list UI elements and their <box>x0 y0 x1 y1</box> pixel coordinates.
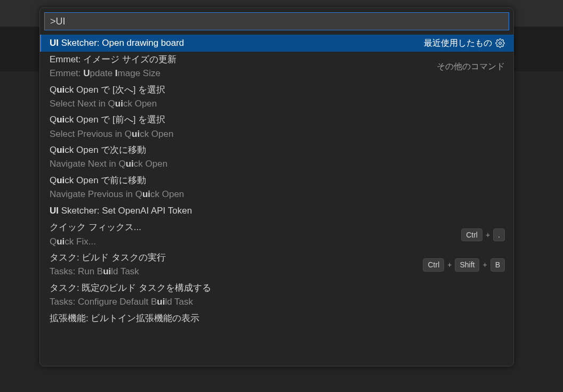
command-results-list[interactable]: UI Sketcher: Open drawing board最近使用したものE… <box>40 35 513 366</box>
command-item-labels: タスク: ビルド タスクの実行Tasks: Run Build Task <box>50 251 416 279</box>
command-item[interactable]: 拡張機能: ビルトイン拡張機能の表示 <box>40 311 513 328</box>
command-item-primary: クイック フィックス... <box>50 220 455 234</box>
command-item-right: Ctrl+. <box>461 228 505 241</box>
command-item[interactable]: Quick Open で次に移動Navigate Next in Quick O… <box>40 142 513 173</box>
command-item-right: Ctrl+Shift+B <box>423 258 505 271</box>
command-item-primary: Quick Open で [前へ] を選択 <box>50 113 498 127</box>
svg-point-0 <box>499 42 502 45</box>
command-input[interactable] <box>44 12 509 30</box>
command-item-secondary: Select Next in Quick Open <box>50 97 498 111</box>
command-item[interactable]: Quick Open で [前へ] を選択Select Previous in … <box>40 112 513 142</box>
command-item[interactable]: Quick Open で前に移動Navigate Previous in Qui… <box>40 173 513 203</box>
key: Shift <box>455 258 479 271</box>
command-item-labels: Emmet: イメージ サイズの更新Emmet: Update Image Si… <box>50 53 430 81</box>
command-item-secondary: Emmet: Update Image Size <box>50 67 430 80</box>
command-item-secondary: Quick Fix... <box>50 235 455 249</box>
command-item-secondary: Tasks: Configure Default Build Task <box>50 295 498 309</box>
command-palette[interactable]: UI Sketcher: Open drawing board最近使用したものE… <box>39 7 514 366</box>
keybinding: Ctrl+Shift+B <box>423 258 505 271</box>
command-item[interactable]: タスク: ビルド タスクの実行Tasks: Run Build TaskCtrl… <box>40 250 513 280</box>
group-recent-label: 最近使用したもの <box>424 38 492 49</box>
command-item-labels: Quick Open で次に移動Navigate Next in Quick O… <box>50 143 498 172</box>
command-item-primary: UI Sketcher: Set OpenAI API Token <box>50 204 498 218</box>
command-item-labels: 拡張機能: ビルトイン拡張機能の表示 <box>50 312 498 325</box>
command-item-primary: タスク: 既定のビルド タスクを構成する <box>50 281 498 295</box>
command-item-primary: Quick Open で前に移動 <box>50 174 498 187</box>
command-item-secondary: Tasks: Run Build Task <box>50 265 416 279</box>
command-item-primary: タスク: ビルド タスクの実行 <box>50 251 416 265</box>
command-item-right: その他のコマンド <box>437 61 505 72</box>
keybinding: Ctrl+. <box>461 228 505 241</box>
command-item-labels: UI Sketcher: Set OpenAI API Token <box>50 204 498 218</box>
command-item-primary: UI Sketcher: Open drawing board <box>50 36 417 50</box>
group-other-label: その他のコマンド <box>437 61 505 72</box>
command-item[interactable]: UI Sketcher: Open drawing board最近使用したもの <box>40 35 513 52</box>
command-results: UI Sketcher: Open drawing board最近使用したものE… <box>40 35 513 366</box>
command-input-row <box>40 8 513 35</box>
command-item-primary: Quick Open で [次へ] を選択 <box>50 83 498 97</box>
command-item-labels: Quick Open で前に移動Navigate Previous in Qui… <box>50 174 498 202</box>
command-item-labels: Quick Open で [前へ] を選択Select Previous in … <box>50 113 498 141</box>
command-item[interactable]: Quick Open で [次へ] を選択Select Next in Quic… <box>40 82 513 112</box>
key-sep: + <box>482 260 487 269</box>
command-item-labels: UI Sketcher: Open drawing board <box>50 36 417 50</box>
command-item-secondary: Select Previous in Quick Open <box>50 127 498 141</box>
command-item-labels: タスク: 既定のビルド タスクを構成するTasks: Configure Def… <box>50 281 498 309</box>
command-item[interactable]: クイック フィックス...Quick Fix...Ctrl+. <box>40 219 513 250</box>
key-sep: + <box>447 260 452 269</box>
key: Ctrl <box>423 258 444 271</box>
command-item-primary: 拡張機能: ビルトイン拡張機能の表示 <box>50 312 498 325</box>
gear-icon[interactable] <box>495 38 505 48</box>
command-item[interactable]: タスク: 既定のビルド タスクを構成するTasks: Configure Def… <box>40 280 513 311</box>
command-item[interactable]: Emmet: イメージ サイズの更新Emmet: Update Image Si… <box>40 52 513 82</box>
command-item-secondary: Navigate Previous in Quick Open <box>50 187 498 201</box>
command-item-primary: Quick Open で次に移動 <box>50 143 498 157</box>
key: . <box>493 228 505 241</box>
key-sep: + <box>486 231 490 239</box>
command-item[interactable]: UI Sketcher: Set OpenAI API Token <box>40 202 513 219</box>
command-item-secondary: Navigate Next in Quick Open <box>50 157 498 171</box>
command-item-labels: クイック フィックス...Quick Fix... <box>50 220 455 249</box>
command-item-right: 最近使用したもの <box>424 38 505 49</box>
command-item-labels: Quick Open で [次へ] を選択Select Next in Quic… <box>50 83 498 111</box>
key: B <box>490 258 505 271</box>
command-item-primary: Emmet: イメージ サイズの更新 <box>50 53 430 67</box>
key: Ctrl <box>461 228 482 241</box>
